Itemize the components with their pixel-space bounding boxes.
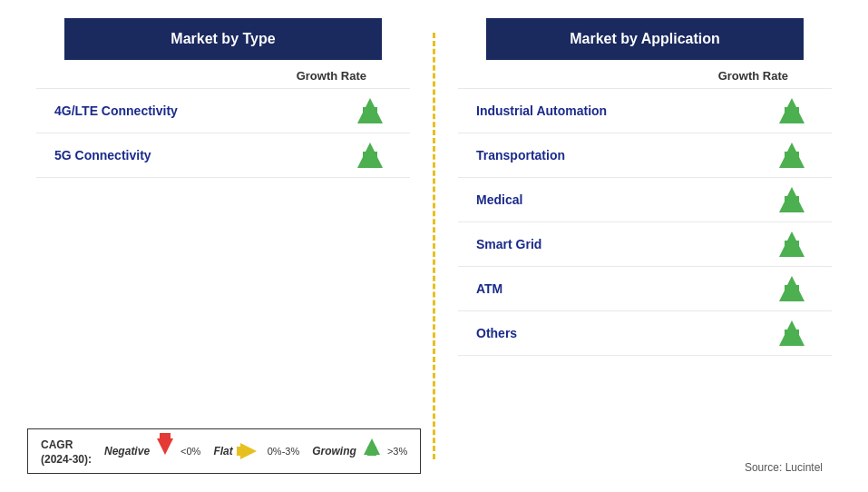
negative-label: Negative [104,445,150,458]
right-arrow-icon [240,443,257,459]
item-label-5g: 5G Connectivity [54,148,151,162]
list-item: ATM [458,267,832,311]
flat-value: 0%-3% [268,446,299,457]
item-label-industrial: Industrial Automation [476,103,607,118]
item-label-medical: Medical [476,192,522,207]
legend-box: CAGR (2024-30): Negative <0% Flat 0%-3% … [27,428,421,474]
growing-value: >3% [387,446,407,457]
legend-negative: Negative <0% [104,438,200,464]
right-growth-label-container: Growth Rate [458,69,832,86]
left-header: Market by Type [64,18,382,60]
list-item: Industrial Automation [458,88,832,133]
up-arrow-icon [779,187,805,212]
left-growth-rate-label: Growth Rate [297,69,366,83]
up-arrow-icon [357,143,383,168]
item-label-others: Others [476,326,517,340]
up-arrow-icon [779,276,805,301]
legend-flat: Flat 0%-3% [213,443,299,459]
right-panel: Market by Application Growth Rate Indust… [440,9,850,483]
list-item: 4G/LTE Connectivity [36,88,410,133]
right-items-list: Industrial Automation Transportation Med… [458,88,832,356]
up-arrow-icon [779,320,805,346]
up-arrow-sm-icon [364,438,380,455]
up-arrow-icon [779,98,805,123]
panel-divider [433,33,435,459]
growing-label: Growing [312,445,356,458]
up-arrow-icon [779,143,805,168]
right-header: Market by Application [486,18,804,60]
left-panel: Market by Type Growth Rate 4G/LTE Connec… [18,9,428,483]
list-item: 5G Connectivity [36,133,410,178]
up-arrow-icon [779,231,805,257]
left-items-list: 4G/LTE Connectivity 5G Connectivity [36,88,410,178]
up-arrow-icon [357,98,383,123]
legend-growing: Growing >3% [312,438,407,464]
cagr-label: CAGR (2024-30): [41,437,92,466]
list-item: Medical [458,178,832,222]
negative-value: <0% [180,446,200,457]
list-item: Smart Grid [458,222,832,267]
item-label-smartgrid: Smart Grid [476,237,541,251]
item-label-4glte: 4G/LTE Connectivity [54,103,178,118]
list-item: Others [458,311,832,356]
list-item: Transportation [458,133,832,178]
right-growth-rate-label: Growth Rate [718,69,788,83]
main-container: Market by Type Growth Rate 4G/LTE Connec… [0,0,868,492]
down-arrow-icon [157,438,173,455]
left-growth-label-container: Growth Rate [36,69,410,86]
source-text: Source: Lucintel [458,454,832,474]
item-label-transportation: Transportation [476,148,565,162]
item-label-atm: ATM [476,281,502,296]
flat-label: Flat [213,445,232,458]
